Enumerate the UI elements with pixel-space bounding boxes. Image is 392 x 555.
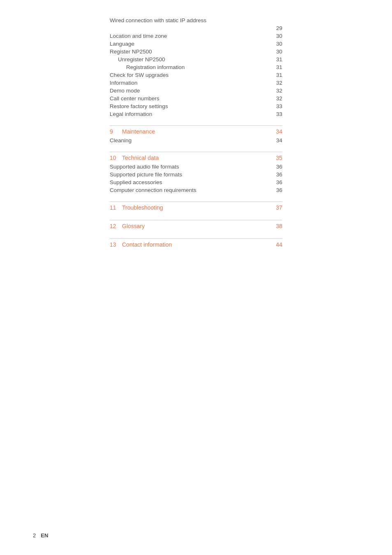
toc-page: 36 — [270, 187, 282, 193]
toc-label: Call center numbers — [110, 95, 270, 102]
toc-row: Legal information 33 — [110, 110, 282, 118]
toc-row: Supported audio file formats 36 — [110, 163, 282, 171]
toc-label: Location and time zone — [110, 33, 270, 39]
toc-row: Unregister NP2500 31 — [110, 56, 282, 63]
toc-label: Supplied accessories — [110, 179, 270, 185]
section-header-11: 11 Troubleshooting 37 — [110, 201, 282, 213]
toc-row: Supported picture file formats 36 — [110, 171, 282, 178]
toc-label: Unregister NP2500 — [110, 56, 270, 62]
toc-row: Register NP2500 30 — [110, 48, 282, 56]
toc-page: 30 — [270, 33, 282, 39]
section-name-11: Troubleshooting — [122, 204, 163, 211]
section-name-13: Contact information — [122, 241, 172, 248]
toc-label: Supported picture file formats — [110, 171, 270, 178]
section-page-12: 38 — [270, 223, 282, 229]
toc-page: 30 — [270, 49, 282, 55]
intro-rows: Wired connection with static IP address … — [110, 16, 282, 118]
toc-label: Registration information — [110, 64, 270, 70]
section-page-9: 34 — [270, 128, 282, 135]
toc-page: 32 — [270, 88, 282, 94]
footer-page-number: 2 — [33, 532, 36, 539]
section-header-9: 9 Maintenance 34 — [110, 125, 282, 136]
toc-container: Wired connection with static IP address … — [110, 16, 282, 250]
toc-row: Computer connection requirements 36 — [110, 186, 282, 194]
toc-row: Language 30 — [110, 40, 282, 48]
toc-row: Cleaning 34 — [110, 136, 282, 144]
section-page-11: 37 — [270, 204, 282, 211]
toc-row: Call center numbers 32 — [110, 95, 282, 102]
section-page-13: 44 — [270, 241, 282, 248]
section-num-11: 11 — [110, 204, 119, 211]
page: Wired connection with static IP address … — [0, 0, 392, 555]
toc-section-12: 12 Glossary 38 — [110, 220, 282, 231]
section-header-12: 12 Glossary 38 — [110, 220, 282, 231]
toc-label: Computer connection requirements — [110, 187, 270, 193]
section-title-10: 10 Technical data — [110, 155, 159, 161]
section-title-9: 9 Maintenance — [110, 128, 155, 135]
section-num-10: 10 — [110, 155, 119, 161]
section-page-10: 35 — [270, 155, 282, 161]
toc-page: 36 — [270, 179, 282, 185]
toc-row: Restore factory settings 33 — [110, 102, 282, 110]
toc-page: 31 — [270, 64, 282, 70]
toc-page: 31 — [270, 72, 282, 78]
toc-label: Legal information — [110, 111, 270, 117]
section-header-13: 13 Contact information 44 — [110, 238, 282, 250]
toc-page: 36 — [270, 164, 282, 170]
toc-label: Supported audio file formats — [110, 164, 270, 170]
toc-label: Information — [110, 80, 270, 86]
toc-page: 36 — [270, 171, 282, 178]
toc-page: 32 — [270, 80, 282, 86]
toc-label: Language — [110, 41, 270, 47]
section-name-9: Maintenance — [122, 128, 155, 135]
section-header-10: 10 Technical data 35 — [110, 152, 282, 163]
section-title-12: 12 Glossary — [110, 223, 145, 229]
toc-section-11: 11 Troubleshooting 37 — [110, 201, 282, 213]
toc-row: Registration information 31 — [110, 63, 282, 71]
toc-row: Check for SW upgrades 31 — [110, 71, 282, 79]
sub-rows-10: Supported audio file formats 36 Supporte… — [110, 163, 282, 194]
toc-page: 33 — [270, 103, 282, 109]
toc-label: Cleaning — [110, 137, 270, 143]
toc-row: Wired connection with static IP address — [110, 16, 282, 24]
section-num-13: 13 — [110, 241, 119, 248]
toc-label: Register NP2500 — [110, 49, 270, 55]
toc-page: 34 — [270, 137, 282, 143]
toc-row: Location and time zone 30 — [110, 32, 282, 40]
toc-row: Supplied accessories 36 — [110, 178, 282, 186]
section-title-13: 13 Contact information — [110, 241, 172, 248]
section-name-12: Glossary — [122, 223, 145, 229]
toc-label: Demo mode — [110, 88, 270, 94]
toc-label: Restore factory settings — [110, 103, 270, 109]
section-num-12: 12 — [110, 223, 119, 229]
toc-page: 31 — [270, 56, 282, 62]
toc-label: Check for SW upgrades — [110, 72, 270, 78]
toc-row: 29 — [110, 24, 282, 32]
toc-section-10: 10 Technical data 35 Supported audio fil… — [110, 152, 282, 194]
footer: 2 EN — [33, 532, 48, 539]
section-title-11: 11 Troubleshooting — [110, 204, 163, 211]
footer-language: EN — [41, 532, 48, 539]
toc-row: Demo mode 32 — [110, 87, 282, 95]
toc-page: 29 — [270, 25, 282, 31]
toc-page: 30 — [270, 41, 282, 47]
toc-section-9: 9 Maintenance 34 Cleaning 34 — [110, 125, 282, 144]
sub-rows-9: Cleaning 34 — [110, 136, 282, 144]
section-num-9: 9 — [110, 128, 119, 135]
toc-section-13: 13 Contact information 44 — [110, 238, 282, 250]
section-name-10: Technical data — [122, 155, 159, 161]
toc-row: Information 32 — [110, 79, 282, 87]
toc-page: 32 — [270, 95, 282, 102]
toc-page: 33 — [270, 111, 282, 117]
toc-label: Wired connection with static IP address — [110, 17, 270, 23]
